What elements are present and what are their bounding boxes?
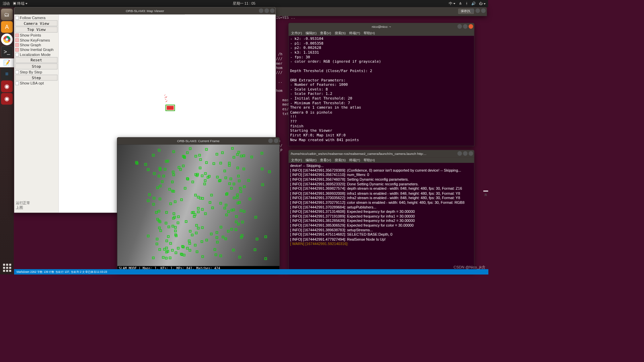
feature-point xyxy=(171,249,174,252)
svg-point-2 xyxy=(6,38,8,41)
stop-button[interactable]: Stop xyxy=(15,64,57,69)
terminal-2-output[interactable]: device! -- Skipping... [ INFO] [16744429… xyxy=(288,163,474,247)
ubuntu-software-icon[interactable]: A xyxy=(1,21,13,33)
show-applications-icon[interactable] xyxy=(3,264,11,272)
feature-point xyxy=(148,193,151,196)
feature-point xyxy=(189,242,191,245)
feature-point xyxy=(194,244,197,247)
show-points-checkbox[interactable]: Show Points xyxy=(15,33,57,38)
show-keyframes-checkbox[interactable]: Show KeyFrames xyxy=(15,38,57,42)
feature-point xyxy=(201,208,204,211)
menu-item[interactable]: 编辑(E) xyxy=(306,31,317,36)
terminal-icon[interactable]: >_ xyxy=(1,46,13,58)
menu-item[interactable]: 搜索(S) xyxy=(335,31,346,36)
feature-point xyxy=(243,168,245,170)
feature-point xyxy=(236,153,239,156)
step-by-step-checkbox[interactable]: Step By Step xyxy=(15,70,57,74)
menu-item[interactable]: 终端(T) xyxy=(349,31,360,36)
feature-point xyxy=(172,171,175,173)
feature-point xyxy=(152,203,155,206)
maximize-icon[interactable] xyxy=(463,24,468,29)
close-icon[interactable] xyxy=(274,138,278,143)
feature-point xyxy=(197,207,200,209)
feature-point xyxy=(261,168,264,170)
reset-button[interactable]: Reset xyxy=(15,57,57,63)
minimize-icon[interactable] xyxy=(458,151,462,156)
close-icon[interactable] xyxy=(469,151,473,156)
show-inertial-checkbox[interactable]: Show Inertial Graph xyxy=(15,48,57,52)
feature-point xyxy=(195,224,198,227)
app-menu[interactable]: ▣ 终端 xyxy=(13,1,28,6)
menu-item[interactable]: 文件(F) xyxy=(291,31,302,36)
bluetooth-icon[interactable]: ᚼ xyxy=(466,2,468,6)
feature-point xyxy=(237,151,240,154)
feature-point xyxy=(201,255,204,258)
terminal-1-menubar[interactable]: 文件(F)编辑(E)查看(V)搜索(S)终端(T)帮助(H) xyxy=(288,30,474,36)
feature-point xyxy=(180,198,183,201)
feature-point xyxy=(158,175,160,177)
feature-point xyxy=(172,150,175,153)
feature-point xyxy=(261,183,264,186)
feature-point xyxy=(256,238,259,240)
menu-item[interactable]: 帮助(H) xyxy=(364,158,375,163)
feature-point xyxy=(199,167,202,169)
feature-point xyxy=(152,154,155,157)
menu-item[interactable]: 文件(F) xyxy=(291,158,302,163)
volume-icon[interactable]: 🔊 xyxy=(471,2,476,6)
feature-point xyxy=(173,213,175,215)
map-viewer-title: ORB-SLAM3: Map Viewer xyxy=(126,9,164,13)
menu-item[interactable]: 查看(V) xyxy=(320,158,331,163)
terminal-2-menubar[interactable]: 文件(F)编辑(E)查看(V)搜索(S)终端(T)帮助(H) xyxy=(288,157,474,163)
terminal-1-output[interactable]: - k2: -0.953104 - p1: -0.005358 - p2: 0.… xyxy=(288,36,474,142)
feature-point xyxy=(219,162,222,165)
network-icon[interactable]: ⋔ xyxy=(459,2,462,6)
minimize-icon[interactable] xyxy=(458,24,462,29)
minimize-icon[interactable] xyxy=(268,138,273,143)
input-method-indicator[interactable]: 中 xyxy=(449,1,455,6)
maximize-icon[interactable] xyxy=(264,8,269,13)
feature-point xyxy=(254,249,257,251)
feature-point xyxy=(165,160,168,163)
app-icon-2[interactable]: ◉ xyxy=(1,93,13,105)
chrome-icon[interactable] xyxy=(1,34,13,45)
feature-point xyxy=(167,235,170,238)
show-graph-checkbox[interactable]: Show Graph xyxy=(15,43,57,47)
close-icon[interactable] xyxy=(469,24,473,29)
close-icon[interactable] xyxy=(270,8,275,13)
app-icon-1[interactable]: ◉ xyxy=(1,80,13,92)
menu-item[interactable]: 搜索(S) xyxy=(335,158,346,163)
activities-button[interactable]: 活动 xyxy=(3,1,10,6)
feature-point xyxy=(232,249,235,251)
vscode-icon[interactable]: ≡ xyxy=(1,68,13,80)
feature-point xyxy=(209,201,211,204)
power-icon[interactable]: ⏻ xyxy=(479,2,486,6)
menu-item[interactable]: 终端(T) xyxy=(349,158,360,163)
minimize-icon[interactable] xyxy=(470,8,475,13)
maximize-icon[interactable] xyxy=(463,151,468,156)
camera-view-button[interactable]: Camera View xyxy=(15,20,57,26)
feature-point xyxy=(225,204,227,206)
show-lba-checkbox[interactable]: Show LBA opt xyxy=(15,81,57,85)
feature-point xyxy=(159,169,162,171)
top-view-button[interactable]: Top View xyxy=(15,27,57,33)
step-button[interactable]: Step xyxy=(15,75,57,80)
feature-point xyxy=(236,167,239,170)
menu-item[interactable]: 帮助(H) xyxy=(364,31,375,36)
menu-item[interactable]: 编辑(E) xyxy=(306,158,317,163)
localization-mode-checkbox[interactable]: Localization Mode xyxy=(15,52,57,57)
close-icon[interactable] xyxy=(481,8,486,13)
feature-point xyxy=(196,250,199,253)
feature-point xyxy=(177,222,179,224)
feature-point xyxy=(230,178,232,180)
feature-point xyxy=(219,255,222,257)
clock[interactable]: 星期一 11 : 05 xyxy=(233,1,255,6)
feature-point xyxy=(243,186,246,188)
follow-camera-checkbox[interactable]: Follow Camera xyxy=(15,15,57,20)
feature-point xyxy=(156,243,158,245)
menu-item[interactable]: 查看(V) xyxy=(320,31,331,36)
files-icon[interactable]: 🗂 xyxy=(1,9,13,20)
feature-point xyxy=(223,170,226,172)
maximize-icon[interactable] xyxy=(475,8,480,13)
feature-point xyxy=(197,211,200,214)
minimize-icon[interactable] xyxy=(259,8,264,13)
